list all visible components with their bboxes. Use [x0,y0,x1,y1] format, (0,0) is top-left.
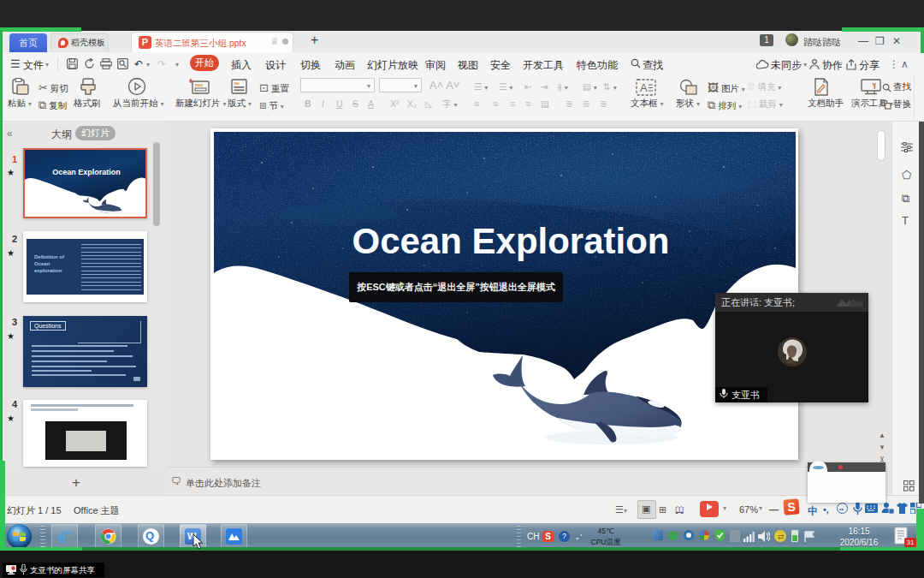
svg-text:Ocean Exploration: Ocean Exploration [352,221,670,261]
svg-text:e: e [59,529,66,546]
svg-text:Ocean Exploration: Ocean Exploration [52,168,121,176]
svg-text:A: A [640,81,648,94]
